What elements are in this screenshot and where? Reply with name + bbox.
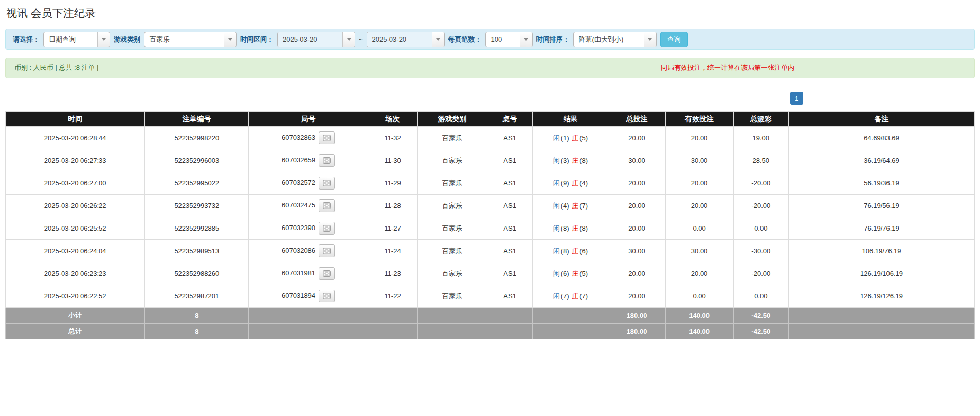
- cell-total-bet[interactable]: 20.00: [608, 195, 665, 217]
- page-root: 视讯 会员下注纪录 请选择： 日期查询 游戏类别 百家乐 时间区间： 2025-…: [0, 0, 980, 360]
- round-detail-button[interactable]: [319, 222, 335, 235]
- cell-valid-bet: 30.00: [665, 240, 733, 262]
- page-size-value: 100: [486, 32, 520, 47]
- cell-valid-bet: 0.00: [665, 285, 733, 308]
- cell-table-no: AS1: [487, 127, 533, 149]
- summary-valid-bet: 140.00: [665, 308, 733, 324]
- dice-icon: [323, 157, 331, 164]
- cell-remark: 76.19/56.19: [789, 195, 975, 217]
- header-round-no: 局号: [249, 112, 368, 127]
- cell-game-type: 百家乐: [418, 217, 487, 240]
- banker-result-points: (5): [579, 134, 588, 142]
- cell-result: 闲(1) 庄(5): [533, 127, 608, 149]
- cell-result: 闲(7) 庄(7): [533, 285, 608, 308]
- sort-order-label: 时间排序：: [536, 35, 570, 44]
- cell-total-bet[interactable]: 20.00: [608, 127, 665, 149]
- round-detail-button[interactable]: [319, 177, 335, 190]
- cell-payout: 0.00: [733, 285, 788, 308]
- cell-valid-bet: 30.00: [665, 149, 733, 172]
- cell-table-no: AS1: [487, 285, 533, 308]
- cell-total-bet[interactable]: 30.00: [608, 149, 665, 172]
- cell-total-bet[interactable]: 20.00: [608, 217, 665, 240]
- cell-bet-no: 522352988260: [145, 262, 249, 285]
- cell-bet-no: 522352989513: [145, 240, 249, 262]
- cell-total-bet[interactable]: 20.00: [608, 172, 665, 195]
- round-detail-button[interactable]: [319, 199, 335, 212]
- cell-result: 闲(8) 庄(6): [533, 240, 608, 262]
- date-from-value: 2025-03-20: [278, 32, 342, 47]
- banker-result-points: (8): [579, 157, 588, 164]
- cell-result: 闲(9) 庄(4): [533, 172, 608, 195]
- player-result-label: 闲: [553, 247, 560, 255]
- chevron-down-icon: [224, 32, 236, 47]
- cell-bet-no: 522352998220: [145, 127, 249, 149]
- cell-round-no: 607031981: [249, 262, 368, 285]
- cell-payout: 0.00: [733, 217, 788, 240]
- table-row: 2025-03-20 06:27:33 522352996003 6070326…: [6, 149, 975, 172]
- cell-total-bet[interactable]: 20.00: [608, 262, 665, 285]
- round-detail-button[interactable]: [319, 290, 335, 302]
- cell-game-type: 百家乐: [418, 127, 487, 149]
- cell-total-bet[interactable]: 30.00: [608, 240, 665, 262]
- cell-time: 2025-03-20 06:27:33: [6, 149, 145, 172]
- page-size-select[interactable]: 100: [485, 32, 533, 47]
- summary-bar: 币别 : 人民币 | 总共 :8 注单 | 同局有效投注，统一计算在该局第一张注…: [5, 58, 975, 78]
- cell-game-type: 百家乐: [418, 172, 487, 195]
- dice-icon: [323, 202, 331, 209]
- player-result-label: 闲: [553, 179, 560, 187]
- table-row: 2025-03-20 06:23:23 522352988260 6070319…: [6, 262, 975, 285]
- banker-result-points: (7): [579, 292, 588, 300]
- header-total-bet: 总投注: [608, 112, 665, 127]
- query-button[interactable]: 查询: [660, 32, 688, 47]
- player-result-label: 闲: [553, 202, 560, 210]
- date-to-select[interactable]: 2025-03-20: [367, 32, 445, 47]
- date-from-select[interactable]: 2025-03-20: [277, 32, 355, 47]
- currency-total-text: 币别 : 人民币 | 总共 :8 注单 |: [14, 63, 99, 72]
- player-result-label: 闲: [553, 270, 560, 277]
- dice-icon: [323, 225, 331, 232]
- cell-total-bet[interactable]: 20.00: [608, 285, 665, 308]
- banker-result-label: 庄: [571, 157, 579, 164]
- banker-result-points: (7): [579, 202, 588, 210]
- cell-valid-bet: 20.00: [665, 127, 733, 149]
- player-result-points: (1): [560, 134, 570, 142]
- cell-valid-bet: 20.00: [665, 195, 733, 217]
- cell-bet-no: 522352996003: [145, 149, 249, 172]
- header-game-type: 游戏类别: [418, 112, 487, 127]
- page-title: 视讯 会员下注纪录: [6, 6, 975, 21]
- player-result-points: (6): [560, 270, 570, 277]
- chevron-down-icon: [432, 32, 444, 47]
- cell-remark: 126.19/106.19: [789, 262, 975, 285]
- cell-payout: -20.00: [733, 195, 788, 217]
- notice-text: 同局有效投注，统一计算在该局第一张注单内: [661, 63, 967, 72]
- cell-round-no: 607032475: [249, 195, 368, 217]
- cell-table-no: AS1: [487, 217, 533, 240]
- chevron-down-icon: [97, 32, 110, 47]
- summary-count: 8: [145, 308, 249, 324]
- summary-payout: -42.50: [733, 308, 788, 324]
- cell-session: 11-22: [368, 285, 417, 308]
- game-type-select[interactable]: 百家乐: [144, 32, 237, 47]
- round-no-text: 607032659: [282, 156, 315, 164]
- cell-session: 11-32: [368, 127, 417, 149]
- summary-payout: -42.50: [733, 324, 788, 339]
- round-detail-button[interactable]: [319, 131, 335, 144]
- query-type-select[interactable]: 日期查询: [43, 32, 110, 47]
- round-detail-button[interactable]: [319, 244, 335, 257]
- sort-order-select[interactable]: 降冪(由大到小): [573, 32, 657, 47]
- player-result-points: (3): [560, 157, 570, 164]
- banker-result-points: (8): [579, 224, 588, 232]
- banker-result-label: 庄: [571, 247, 579, 255]
- round-detail-button[interactable]: [319, 267, 335, 280]
- round-no-text: 607032390: [282, 224, 315, 232]
- header-payout: 总派彩: [733, 112, 788, 127]
- dice-icon: [323, 270, 331, 277]
- round-no-text: 607032475: [282, 201, 315, 209]
- chevron-down-icon: [342, 32, 355, 47]
- header-valid-bet: 有效投注: [665, 112, 733, 127]
- page-1-button[interactable]: 1: [790, 92, 803, 105]
- round-detail-button[interactable]: [319, 154, 335, 167]
- cell-time: 2025-03-20 06:22:52: [6, 285, 145, 308]
- header-bet-no: 注单编号: [145, 112, 249, 127]
- cell-round-no: 607032086: [249, 240, 368, 262]
